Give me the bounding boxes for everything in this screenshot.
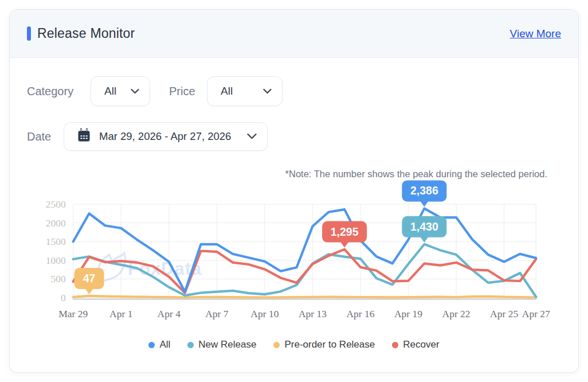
category-label: Category: [27, 85, 73, 98]
x-axis-tick: Apr 25: [490, 308, 518, 319]
page-title: Release Monitor: [37, 26, 135, 41]
release-monitor-chart: FoxData471,2952,3861,4300500100015002000…: [10, 173, 579, 333]
legend-label-new-release: New Release: [198, 339, 256, 350]
title-accent-bar: [27, 26, 31, 41]
release-monitor-card: Release Monitor View More Category All P…: [9, 9, 579, 373]
svg-text:1,295: 1,295: [331, 225, 359, 238]
x-axis-tick: Apr 16: [346, 308, 374, 319]
legend-dot-all: [148, 342, 155, 348]
series-line-pre-order-to-release: [73, 296, 536, 298]
legend-label-recover: Recover: [403, 339, 439, 350]
legend-dot-new-release: [187, 342, 194, 348]
peak-badge-pre-order-to-release: 47: [75, 268, 104, 294]
legend-label-all: All: [159, 339, 170, 350]
chart-legend: AllNew ReleasePre-order to ReleaseRecove…: [10, 339, 578, 350]
legend-dot-pre-order-to-release: [273, 342, 280, 348]
price-select-value: All: [221, 85, 233, 98]
price-select[interactable]: All: [207, 76, 283, 106]
card-header: Release Monitor View More: [10, 10, 578, 58]
x-axis-tick: Apr 27: [522, 308, 550, 319]
svg-text:47: 47: [83, 272, 96, 284]
y-axis-tick: 500: [50, 273, 66, 284]
y-axis-tick: 0: [61, 292, 66, 303]
x-axis-tick: Apr 7: [205, 308, 229, 319]
legend-item-new-release[interactable]: New Release: [187, 339, 256, 350]
calendar-icon: [77, 128, 91, 145]
x-axis-tick: Apr 13: [299, 308, 327, 319]
x-axis-tick: Apr 1: [109, 308, 132, 319]
svg-text:1,430: 1,430: [410, 220, 438, 233]
chevron-down-icon: [247, 131, 257, 142]
x-axis-tick: Apr 19: [394, 308, 422, 319]
date-label: Date: [27, 130, 51, 143]
legend-item-recover[interactable]: Recover: [392, 339, 439, 350]
y-axis-tick: 1000: [46, 255, 66, 266]
category-select-value: All: [104, 85, 116, 98]
series-line-new-release: [73, 244, 536, 297]
legend-label-pre-order-to-release: Pre-order to Release: [284, 339, 375, 350]
x-axis-tick: Apr 4: [158, 308, 181, 319]
date-range-value: Mar 29, 2026 - Apr 27, 2026: [99, 130, 231, 143]
chevron-down-icon: [263, 86, 272, 96]
view-more-link[interactable]: View More: [510, 28, 561, 40]
x-axis-tick: Mar 29: [58, 308, 88, 319]
legend-item-pre-order-to-release[interactable]: Pre-order to Release: [273, 339, 375, 350]
price-label: Price: [169, 85, 195, 98]
y-axis-tick: 2000: [46, 217, 66, 229]
category-select[interactable]: All: [91, 76, 150, 106]
chevron-down-icon: [131, 86, 139, 96]
date-range-picker[interactable]: Mar 29, 2026 - Apr 27, 2026: [64, 122, 268, 151]
y-axis-tick: 2500: [46, 198, 66, 210]
foxdata-watermark: FoxData: [97, 253, 202, 283]
x-axis-tick: Apr 10: [250, 308, 279, 319]
peak-badge-all: 2,386: [402, 180, 446, 206]
legend-item-all[interactable]: All: [148, 339, 170, 350]
y-axis-tick: 1500: [46, 236, 66, 247]
peak-badge-recover: 1,295: [322, 221, 367, 248]
legend-dot-recover: [392, 342, 398, 348]
svg-text:2,386: 2,386: [410, 184, 438, 197]
x-axis-tick: Apr 22: [442, 308, 471, 319]
